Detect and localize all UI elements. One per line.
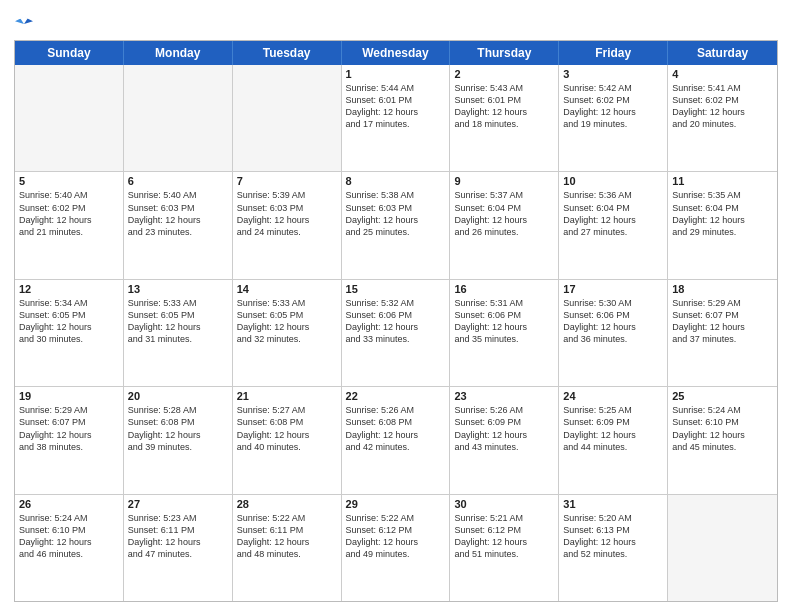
weekday-header-saturday: Saturday — [668, 41, 777, 65]
day-info: Sunrise: 5:43 AM Sunset: 6:01 PM Dayligh… — [454, 82, 554, 131]
day-info: Sunrise: 5:37 AM Sunset: 6:04 PM Dayligh… — [454, 189, 554, 238]
day-cell-15: 15Sunrise: 5:32 AM Sunset: 6:06 PM Dayli… — [342, 280, 451, 386]
day-cell-16: 16Sunrise: 5:31 AM Sunset: 6:06 PM Dayli… — [450, 280, 559, 386]
day-info: Sunrise: 5:22 AM Sunset: 6:11 PM Dayligh… — [237, 512, 337, 561]
day-cell-29: 29Sunrise: 5:22 AM Sunset: 6:12 PM Dayli… — [342, 495, 451, 601]
day-info: Sunrise: 5:41 AM Sunset: 6:02 PM Dayligh… — [672, 82, 773, 131]
day-cell-31: 31Sunrise: 5:20 AM Sunset: 6:13 PM Dayli… — [559, 495, 668, 601]
day-info: Sunrise: 5:40 AM Sunset: 6:02 PM Dayligh… — [19, 189, 119, 238]
day-info: Sunrise: 5:24 AM Sunset: 6:10 PM Dayligh… — [672, 404, 773, 453]
day-cell-12: 12Sunrise: 5:34 AM Sunset: 6:05 PM Dayli… — [15, 280, 124, 386]
day-number: 19 — [19, 390, 119, 402]
day-number: 1 — [346, 68, 446, 80]
calendar-body: 1Sunrise: 5:44 AM Sunset: 6:01 PM Daylig… — [15, 65, 777, 601]
day-info: Sunrise: 5:26 AM Sunset: 6:09 PM Dayligh… — [454, 404, 554, 453]
day-info: Sunrise: 5:28 AM Sunset: 6:08 PM Dayligh… — [128, 404, 228, 453]
empty-cell-r4c6 — [668, 495, 777, 601]
day-cell-17: 17Sunrise: 5:30 AM Sunset: 6:06 PM Dayli… — [559, 280, 668, 386]
day-number: 13 — [128, 283, 228, 295]
day-info: Sunrise: 5:22 AM Sunset: 6:12 PM Dayligh… — [346, 512, 446, 561]
day-info: Sunrise: 5:20 AM Sunset: 6:13 PM Dayligh… — [563, 512, 663, 561]
day-info: Sunrise: 5:40 AM Sunset: 6:03 PM Dayligh… — [128, 189, 228, 238]
day-info: Sunrise: 5:33 AM Sunset: 6:05 PM Dayligh… — [237, 297, 337, 346]
day-number: 16 — [454, 283, 554, 295]
day-number: 30 — [454, 498, 554, 510]
day-cell-5: 5Sunrise: 5:40 AM Sunset: 6:02 PM Daylig… — [15, 172, 124, 278]
weekday-header-monday: Monday — [124, 41, 233, 65]
day-cell-11: 11Sunrise: 5:35 AM Sunset: 6:04 PM Dayli… — [668, 172, 777, 278]
day-number: 15 — [346, 283, 446, 295]
weekday-header-thursday: Thursday — [450, 41, 559, 65]
day-number: 31 — [563, 498, 663, 510]
day-info: Sunrise: 5:42 AM Sunset: 6:02 PM Dayligh… — [563, 82, 663, 131]
day-number: 18 — [672, 283, 773, 295]
day-info: Sunrise: 5:34 AM Sunset: 6:05 PM Dayligh… — [19, 297, 119, 346]
day-info: Sunrise: 5:25 AM Sunset: 6:09 PM Dayligh… — [563, 404, 663, 453]
calendar-row-0: 1Sunrise: 5:44 AM Sunset: 6:01 PM Daylig… — [15, 65, 777, 172]
day-number: 22 — [346, 390, 446, 402]
day-number: 21 — [237, 390, 337, 402]
day-number: 3 — [563, 68, 663, 80]
day-cell-22: 22Sunrise: 5:26 AM Sunset: 6:08 PM Dayli… — [342, 387, 451, 493]
header — [14, 10, 778, 32]
day-number: 6 — [128, 175, 228, 187]
day-cell-8: 8Sunrise: 5:38 AM Sunset: 6:03 PM Daylig… — [342, 172, 451, 278]
day-info: Sunrise: 5:29 AM Sunset: 6:07 PM Dayligh… — [672, 297, 773, 346]
day-info: Sunrise: 5:38 AM Sunset: 6:03 PM Dayligh… — [346, 189, 446, 238]
calendar-row-3: 19Sunrise: 5:29 AM Sunset: 6:07 PM Dayli… — [15, 387, 777, 494]
day-info: Sunrise: 5:21 AM Sunset: 6:12 PM Dayligh… — [454, 512, 554, 561]
day-info: Sunrise: 5:36 AM Sunset: 6:04 PM Dayligh… — [563, 189, 663, 238]
day-number: 8 — [346, 175, 446, 187]
day-info: Sunrise: 5:32 AM Sunset: 6:06 PM Dayligh… — [346, 297, 446, 346]
day-cell-10: 10Sunrise: 5:36 AM Sunset: 6:04 PM Dayli… — [559, 172, 668, 278]
day-number: 14 — [237, 283, 337, 295]
calendar-row-1: 5Sunrise: 5:40 AM Sunset: 6:02 PM Daylig… — [15, 172, 777, 279]
day-number: 26 — [19, 498, 119, 510]
weekday-header-friday: Friday — [559, 41, 668, 65]
day-info: Sunrise: 5:30 AM Sunset: 6:06 PM Dayligh… — [563, 297, 663, 346]
day-cell-26: 26Sunrise: 5:24 AM Sunset: 6:10 PM Dayli… — [15, 495, 124, 601]
logo-bird-icon — [15, 14, 33, 32]
day-cell-21: 21Sunrise: 5:27 AM Sunset: 6:08 PM Dayli… — [233, 387, 342, 493]
calendar-row-2: 12Sunrise: 5:34 AM Sunset: 6:05 PM Dayli… — [15, 280, 777, 387]
day-number: 9 — [454, 175, 554, 187]
calendar: SundayMondayTuesdayWednesdayThursdayFrid… — [14, 40, 778, 602]
day-number: 4 — [672, 68, 773, 80]
day-cell-14: 14Sunrise: 5:33 AM Sunset: 6:05 PM Dayli… — [233, 280, 342, 386]
svg-marker-1 — [15, 17, 24, 24]
day-number: 5 — [19, 175, 119, 187]
day-info: Sunrise: 5:29 AM Sunset: 6:07 PM Dayligh… — [19, 404, 119, 453]
day-cell-7: 7Sunrise: 5:39 AM Sunset: 6:03 PM Daylig… — [233, 172, 342, 278]
calendar-row-4: 26Sunrise: 5:24 AM Sunset: 6:10 PM Dayli… — [15, 495, 777, 601]
day-info: Sunrise: 5:44 AM Sunset: 6:01 PM Dayligh… — [346, 82, 446, 131]
day-cell-23: 23Sunrise: 5:26 AM Sunset: 6:09 PM Dayli… — [450, 387, 559, 493]
day-number: 11 — [672, 175, 773, 187]
weekday-header-sunday: Sunday — [15, 41, 124, 65]
day-cell-2: 2Sunrise: 5:43 AM Sunset: 6:01 PM Daylig… — [450, 65, 559, 171]
day-info: Sunrise: 5:33 AM Sunset: 6:05 PM Dayligh… — [128, 297, 228, 346]
svg-marker-0 — [24, 17, 33, 24]
empty-cell-r0c1 — [124, 65, 233, 171]
day-cell-4: 4Sunrise: 5:41 AM Sunset: 6:02 PM Daylig… — [668, 65, 777, 171]
day-number: 10 — [563, 175, 663, 187]
day-cell-24: 24Sunrise: 5:25 AM Sunset: 6:09 PM Dayli… — [559, 387, 668, 493]
day-number: 28 — [237, 498, 337, 510]
day-info: Sunrise: 5:31 AM Sunset: 6:06 PM Dayligh… — [454, 297, 554, 346]
day-number: 29 — [346, 498, 446, 510]
day-number: 25 — [672, 390, 773, 402]
day-number: 24 — [563, 390, 663, 402]
empty-cell-r0c0 — [15, 65, 124, 171]
day-number: 7 — [237, 175, 337, 187]
day-info: Sunrise: 5:24 AM Sunset: 6:10 PM Dayligh… — [19, 512, 119, 561]
day-cell-27: 27Sunrise: 5:23 AM Sunset: 6:11 PM Dayli… — [124, 495, 233, 601]
page: SundayMondayTuesdayWednesdayThursdayFrid… — [0, 0, 792, 612]
day-number: 20 — [128, 390, 228, 402]
day-cell-13: 13Sunrise: 5:33 AM Sunset: 6:05 PM Dayli… — [124, 280, 233, 386]
day-number: 23 — [454, 390, 554, 402]
day-number: 17 — [563, 283, 663, 295]
day-number: 12 — [19, 283, 119, 295]
day-cell-3: 3Sunrise: 5:42 AM Sunset: 6:02 PM Daylig… — [559, 65, 668, 171]
day-cell-19: 19Sunrise: 5:29 AM Sunset: 6:07 PM Dayli… — [15, 387, 124, 493]
day-info: Sunrise: 5:26 AM Sunset: 6:08 PM Dayligh… — [346, 404, 446, 453]
day-cell-1: 1Sunrise: 5:44 AM Sunset: 6:01 PM Daylig… — [342, 65, 451, 171]
